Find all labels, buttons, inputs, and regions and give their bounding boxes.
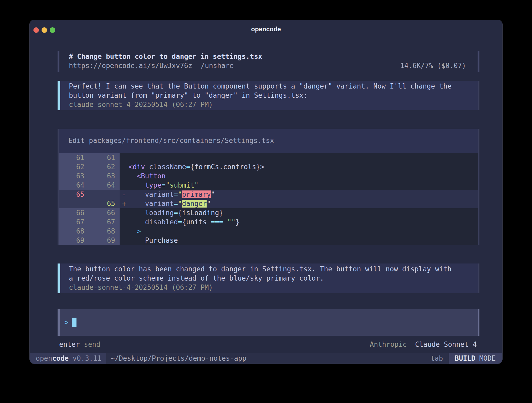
diff-marker xyxy=(120,218,129,227)
diff-code-line: type="submit" xyxy=(129,181,478,190)
diff-row: 65+ variant="danger" xyxy=(59,199,478,208)
diff-code-line: variant="danger" xyxy=(129,199,478,208)
diff-row: 6969 Purchase xyxy=(59,236,478,245)
prompt-input[interactable]: > xyxy=(58,309,479,336)
session-title: # Change button color to danger in setti… xyxy=(69,52,466,61)
line-number-new: 68 xyxy=(84,227,115,236)
assistant-message: Perfect! I can see that the Button compo… xyxy=(58,81,479,110)
message-meta: claude-sonnet-4-20250514 (06:27 PM) xyxy=(69,283,478,292)
diff-row: 6464 type="submit" xyxy=(59,181,478,190)
line-number-old: 69 xyxy=(59,236,84,245)
line-number-old: 64 xyxy=(59,181,84,190)
diff-row: 6363 <Button xyxy=(59,172,478,181)
model-provider: Anthropic xyxy=(370,340,407,348)
diff-marker xyxy=(120,162,129,172)
diff-gutter: 6161 xyxy=(59,153,120,162)
mode-build: BUILD xyxy=(455,354,475,362)
line-number-new: 65 xyxy=(84,199,115,208)
line-number-old xyxy=(59,199,84,208)
diff-gutter: 65 xyxy=(59,190,120,199)
text-cursor xyxy=(72,318,76,327)
diff-row: 6868 > xyxy=(59,227,478,236)
line-number-new: 63 xyxy=(84,172,115,181)
working-directory: ~/Desktop/Projects/demo-notes-app xyxy=(111,354,247,362)
diff-marker xyxy=(120,172,129,181)
line-number-new: 69 xyxy=(84,236,115,245)
edit-tool-title: Edit packages/frontend/src/containers/Se… xyxy=(59,129,478,153)
unshare-command: /unshare xyxy=(201,61,234,70)
diff-gutter: 6464 xyxy=(59,181,120,190)
diff-code-line: > xyxy=(129,227,478,236)
session-content: # Change button color to danger in setti… xyxy=(30,38,502,353)
line-number-old: 63 xyxy=(59,172,84,181)
diff-marker xyxy=(120,181,129,190)
opencode-window: opencode # Change button color to danger… xyxy=(29,20,503,364)
line-number-old: 67 xyxy=(59,218,84,227)
prompt-chevron: > xyxy=(64,318,69,326)
input-hints-row: enter send Anthropic Claude Sonnet 4 xyxy=(58,340,479,349)
assistant-message: The button color has been changed to dan… xyxy=(58,264,479,293)
edit-tool-card: Edit packages/frontend/src/containers/Se… xyxy=(58,129,479,245)
diff-marker xyxy=(120,236,129,245)
enter-key-hint: enter xyxy=(59,340,80,349)
line-number-old: 66 xyxy=(59,208,84,218)
diff-marker: + xyxy=(120,199,129,208)
titlebar: opencode xyxy=(30,20,502,38)
message-text: Perfect! I can see that the Button compo… xyxy=(69,82,455,100)
token-cost-stats: 14.6K/7% ($0.07) xyxy=(400,61,466,70)
diff-row: 6767 disabled={units === ""} xyxy=(59,218,478,227)
share-url: https://opencode.ai/s/UwJxv76z xyxy=(69,61,192,70)
line-number-old: 68 xyxy=(59,227,84,236)
diff-marker xyxy=(120,208,129,218)
diff-marker xyxy=(120,227,129,236)
line-number-old: 62 xyxy=(59,162,84,172)
diff-code-line: Purchase xyxy=(129,236,478,245)
model-name: Claude Sonnet 4 xyxy=(415,340,477,348)
diff-gutter: 6666 xyxy=(59,208,120,218)
diff-code-line: <div className={formCs.controls}> xyxy=(129,162,478,172)
line-number-old: 65 xyxy=(59,190,84,199)
app-version: v0.3.11 xyxy=(73,354,101,362)
diff-gutter: 6767 xyxy=(59,218,120,227)
diff-code-line xyxy=(129,153,478,162)
mode-label: MODE xyxy=(479,354,496,362)
send-action-hint: send xyxy=(84,340,100,349)
line-number-new: 62 xyxy=(84,162,115,172)
line-number-new: 67 xyxy=(84,218,115,227)
diff-code-line: loading={isLoading} xyxy=(129,208,478,218)
tab-key-hint: tab xyxy=(431,354,443,362)
session-subheader: https://opencode.ai/s/UwJxv76z /unshare … xyxy=(69,61,466,70)
diff-row: 6161 xyxy=(59,153,478,162)
app-version-segment: open code v0.3.11 xyxy=(30,353,106,364)
app-name-code: code xyxy=(52,354,69,362)
app-name-open: open xyxy=(36,354,52,362)
message-text: The button color has been changed to dan… xyxy=(69,265,455,283)
diff-gutter: 6868 xyxy=(59,227,120,236)
diff-code-line: variant="primary" xyxy=(129,190,478,199)
line-number-new: 66 xyxy=(84,208,115,218)
line-number-old: 61 xyxy=(59,153,84,162)
diff-code-line: <Button xyxy=(129,172,478,181)
diff-gutter: 6363 xyxy=(59,172,120,181)
line-number-new: 61 xyxy=(84,153,115,162)
diff-gutter: 6262 xyxy=(59,162,120,172)
session-header: # Change button color to danger in setti… xyxy=(58,51,479,72)
diff: 61616262<div className={formCs.controls}… xyxy=(59,153,478,245)
message-meta: claude-sonnet-4-20250514 (06:27 PM) xyxy=(69,100,478,109)
diff-gutter: 65 xyxy=(59,199,120,208)
diff-marker: - xyxy=(120,190,129,199)
status-bar: open code v0.3.11 ~/Desktop/Projects/dem… xyxy=(30,353,502,364)
diff-code-line: disabled={units === ""} xyxy=(129,218,478,227)
line-number-new xyxy=(84,190,115,199)
window-title: opencode xyxy=(30,20,502,38)
diff-row: 65- variant="primary" xyxy=(59,190,478,199)
diff-gutter: 6969 xyxy=(59,236,120,245)
line-number-new: 64 xyxy=(84,181,115,190)
mode-segment: BUILD MODE xyxy=(449,353,502,364)
model-indicator: Anthropic Claude Sonnet 4 xyxy=(370,340,477,349)
diff-row: 6666 loading={isLoading} xyxy=(59,208,478,218)
diff-marker xyxy=(120,153,129,162)
diff-row: 6262<div className={formCs.controls}> xyxy=(59,162,478,172)
